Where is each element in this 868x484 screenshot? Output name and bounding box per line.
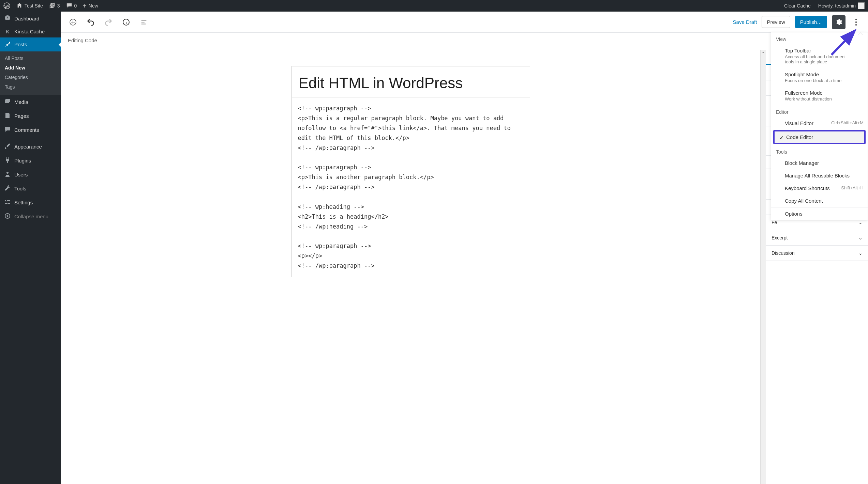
chevron-down-icon: ⌄: [858, 250, 863, 256]
kinsta-icon: K: [4, 29, 11, 34]
site-name: Test Site: [25, 3, 43, 9]
menu-plugins[interactable]: Plugins: [0, 154, 61, 168]
sliders-icon: [4, 199, 11, 206]
option-block-manager[interactable]: Block Manager: [771, 157, 868, 169]
comments-icon: [4, 126, 11, 134]
more-options-button[interactable]: [850, 16, 862, 28]
comment-icon: [66, 2, 72, 10]
pages-icon: [4, 112, 11, 120]
svg-point-8: [855, 24, 857, 25]
chevron-down-icon: ⌄: [858, 220, 863, 225]
option-reusable-blocks[interactable]: Manage All Reusable Blocks: [771, 169, 868, 182]
option-options[interactable]: Options: [771, 207, 868, 220]
chevron-down-icon: ⌄: [858, 235, 863, 240]
option-visual-editor[interactable]: Visual Editor Ctrl+Shift+Alt+M: [771, 117, 868, 129]
section-discussion[interactable]: Discussion⌄: [766, 246, 868, 261]
pop-group-tools: Tools: [771, 145, 868, 157]
updates-link[interactable]: 3: [49, 2, 60, 10]
sub-all-posts[interactable]: All Posts: [0, 53, 61, 63]
adminbar: Test Site 3 0 + New Clear Cache Howdy, t…: [0, 0, 868, 12]
sub-add-new[interactable]: Add New: [0, 63, 61, 73]
site-link[interactable]: Test Site: [16, 2, 43, 10]
preview-button[interactable]: Preview: [762, 16, 790, 28]
brush-icon: [4, 143, 11, 151]
menu-kinsta[interactable]: K Kinsta Cache: [0, 26, 61, 37]
section-excerpt[interactable]: Excerpt⌄: [766, 230, 868, 246]
users-icon: [4, 171, 11, 178]
option-spotlight[interactable]: Spotlight Mode Focus on one block at a t…: [771, 68, 868, 87]
post-title-box: [291, 66, 530, 97]
post-code-editor[interactable]: <!-- wp:paragraph --> <p>This is a regul…: [291, 97, 530, 277]
option-keyboard-shortcuts[interactable]: Keyboard Shortcuts Shift+Alt+H: [771, 182, 868, 194]
undo-button[interactable]: [85, 16, 96, 28]
comments-link[interactable]: 0: [66, 2, 77, 10]
menu-appearance[interactable]: Appearance: [0, 140, 61, 154]
post-title-input[interactable]: [299, 75, 523, 92]
editor-topbar: Save Draft Preview Publish…: [61, 12, 868, 33]
sub-categories[interactable]: Categories: [0, 73, 61, 82]
menu-users[interactable]: Users: [0, 168, 61, 182]
posts-submenu: All Posts Add New Categories Tags: [0, 51, 61, 95]
add-block-button[interactable]: [67, 16, 79, 28]
avatar: [858, 2, 865, 9]
option-top-toolbar[interactable]: Top Toolbar Access all block and documen…: [771, 44, 868, 68]
updates-count: 3: [57, 3, 60, 9]
menu-settings[interactable]: Settings: [0, 196, 61, 209]
menu-posts[interactable]: Posts: [0, 37, 61, 51]
outline-button[interactable]: [138, 16, 150, 28]
svg-point-2: [6, 172, 9, 174]
collapse-icon: [4, 213, 11, 220]
editor-main: <!-- wp:paragraph --> <p>This is a regul…: [61, 50, 760, 484]
howdy[interactable]: Howdy, testadmin: [818, 2, 865, 9]
svg-point-6: [855, 18, 857, 20]
media-icon: [4, 98, 11, 106]
update-icon: [49, 2, 55, 10]
save-draft-button[interactable]: Save Draft: [733, 19, 757, 25]
menu-pages[interactable]: Pages: [0, 109, 61, 123]
option-fullscreen[interactable]: Fullscreen Mode Work without distraction: [771, 87, 868, 105]
new-label: New: [89, 3, 98, 9]
menu-comments[interactable]: Comments: [0, 123, 61, 137]
scroll-up-icon: ▲: [762, 50, 765, 54]
menu-dashboard[interactable]: Dashboard: [0, 12, 61, 26]
menu-tools[interactable]: Tools: [0, 182, 61, 196]
comments-count: 0: [74, 3, 77, 9]
option-code-editor[interactable]: Code Editor: [773, 130, 866, 144]
menu-media[interactable]: Media: [0, 95, 61, 109]
scrollbar[interactable]: ▲: [760, 50, 766, 484]
redo-button[interactable]: [103, 16, 114, 28]
svg-point-3: [5, 214, 10, 218]
svg-point-7: [855, 21, 857, 22]
pin-icon: [4, 41, 11, 48]
wrench-icon: [4, 185, 11, 192]
collapse-menu[interactable]: Collapse menu: [0, 209, 61, 223]
settings-toggle[interactable]: [832, 15, 845, 29]
info-button[interactable]: [120, 16, 132, 28]
code-mode-bar: Editing Code Exit Code Editor ✕: [61, 33, 868, 50]
svg-point-1: [6, 100, 7, 102]
pop-group-editor: Editor: [771, 105, 868, 117]
clear-cache[interactable]: Clear Cache: [784, 3, 811, 9]
plus-icon: +: [83, 2, 87, 10]
editor-content: Save Draft Preview Publish… Editing Code…: [61, 12, 868, 484]
dashboard-icon: [4, 15, 11, 22]
options-popover: View Top Toolbar Access all block and do…: [771, 32, 868, 220]
howdy-text: Howdy, testadmin: [818, 3, 856, 9]
home-icon: [16, 2, 23, 10]
sub-tags[interactable]: Tags: [0, 82, 61, 92]
wp-logo[interactable]: [3, 2, 10, 9]
editing-code-label: Editing Code: [68, 37, 97, 45]
pop-group-view: View: [771, 32, 868, 44]
admin-sidebar: Dashboard K Kinsta Cache Posts All Posts…: [0, 12, 61, 484]
option-copy-all[interactable]: Copy All Content: [771, 194, 868, 207]
publish-button[interactable]: Publish…: [795, 16, 827, 28]
new-link[interactable]: + New: [83, 2, 98, 10]
plug-icon: [4, 157, 11, 165]
